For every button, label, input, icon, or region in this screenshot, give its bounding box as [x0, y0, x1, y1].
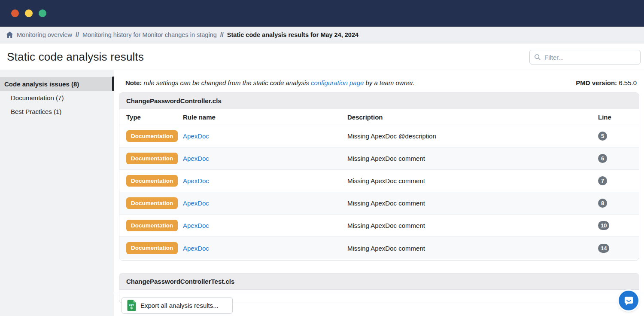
- filter-field-wrapper: [529, 50, 641, 64]
- window-close-button[interactable]: [11, 9, 19, 17]
- type-badge: Documentation: [126, 242, 178, 254]
- type-badge: Documentation: [126, 130, 178, 142]
- column-header-description: Description: [347, 114, 595, 121]
- sidebar-item-label: Best Practices (1): [11, 108, 61, 115]
- page-header: Static code analysis results: [0, 43, 644, 70]
- note-body-before: rule settings can be changed from the st…: [142, 79, 311, 86]
- table-row: Documentation ApexDoc Missing ApexDoc co…: [119, 170, 639, 192]
- chat-bubble-icon: [623, 295, 634, 306]
- export-csv-button[interactable]: csv Export all analysis results...: [122, 297, 233, 314]
- file-card-header: ChangePasswordController.cls: [119, 93, 639, 109]
- sidebar: Code analysis issues (8) Documentation (…: [0, 70, 114, 316]
- column-header-type: Type: [126, 114, 183, 121]
- issue-description: Missing ApexDoc @description: [347, 132, 595, 140]
- issue-description: Missing ApexDoc comment: [347, 222, 595, 229]
- table-row: Documentation ApexDoc Missing ApexDoc co…: [119, 237, 639, 259]
- sidebar-item-code-analysis-issues[interactable]: Code analysis issues (8): [0, 77, 114, 91]
- file-card-header: ChangePasswordControllerTest.cls: [119, 273, 639, 290]
- file-card-changepasswordcontroller: ChangePasswordController.cls Type Rule n…: [119, 92, 639, 261]
- table-header-row: Type Rule name Description Line: [119, 109, 639, 125]
- line-number-badge: 8: [598, 199, 607, 208]
- rule-link[interactable]: ApexDoc: [183, 155, 347, 162]
- breadcrumb: Monitoring overview // Monitoring histor…: [0, 27, 644, 43]
- type-badge: Documentation: [126, 220, 178, 232]
- line-number-badge: 14: [598, 244, 609, 253]
- chat-launcher-button[interactable]: [619, 291, 638, 310]
- csv-file-icon: csv: [127, 300, 136, 311]
- rule-link[interactable]: ApexDoc: [183, 177, 347, 184]
- pmd-version-label: PMD version:: [576, 79, 617, 86]
- filter-input[interactable]: [544, 54, 636, 61]
- configuration-page-link[interactable]: configuration page: [311, 79, 364, 86]
- sidebar-item-label: Code analysis issues (8): [4, 80, 79, 88]
- pmd-version: PMD version: 6.55.0: [576, 79, 637, 86]
- note-body-after: by a team owner.: [364, 79, 415, 86]
- table-row: Documentation ApexDoc Missing ApexDoc co…: [119, 147, 639, 170]
- breadcrumb-separator: //: [76, 31, 79, 38]
- table-row: Documentation ApexDoc Missing ApexDoc co…: [119, 192, 639, 215]
- column-header-line: Line: [595, 114, 632, 121]
- rule-link[interactable]: ApexDoc: [183, 245, 347, 252]
- note-row: Note: rule settings can be changed from …: [125, 77, 637, 88]
- window-zoom-button[interactable]: [39, 9, 46, 17]
- column-header-rule-name: Rule name: [183, 114, 347, 121]
- line-number-badge: 10: [598, 221, 609, 230]
- issue-description: Missing ApexDoc comment: [347, 177, 595, 184]
- type-badge: Documentation: [126, 175, 178, 187]
- breadcrumb-link-monitoring-overview[interactable]: Monitoring overview: [17, 31, 72, 38]
- search-icon: [534, 54, 541, 61]
- page-title: Static code analysis results: [7, 43, 144, 70]
- breadcrumb-link-monitoring-history[interactable]: Monitoring history for Monitor changes i…: [82, 31, 217, 38]
- issue-description: Missing ApexDoc comment: [347, 199, 595, 207]
- svg-text:csv: csv: [129, 303, 134, 307]
- note-text: Note: rule settings can be changed from …: [125, 79, 576, 86]
- table-row: Documentation ApexDoc Missing ApexDoc @d…: [119, 125, 639, 147]
- table-row: Documentation ApexDoc Missing ApexDoc co…: [119, 215, 639, 237]
- window-minimize-button[interactable]: [25, 9, 33, 17]
- home-icon[interactable]: [6, 31, 13, 38]
- pmd-version-value: 6.55.0: [617, 79, 637, 86]
- type-badge: Documentation: [126, 197, 178, 209]
- sidebar-item-documentation[interactable]: Documentation (7): [0, 91, 114, 104]
- footer-divider: [114, 293, 644, 293]
- main-content: Note: rule settings can be changed from …: [114, 70, 644, 316]
- export-button-label: Export all analysis results...: [140, 302, 219, 309]
- window-title-bar: [0, 0, 644, 27]
- issue-description: Missing ApexDoc comment: [347, 155, 595, 162]
- sidebar-item-best-practices[interactable]: Best Practices (1): [0, 104, 114, 118]
- issue-description: Missing ApexDoc comment: [347, 245, 595, 252]
- rule-link[interactable]: ApexDoc: [183, 132, 347, 140]
- sidebar-item-label: Documentation (7): [11, 94, 64, 101]
- line-number-badge: 6: [598, 154, 607, 163]
- type-badge: Documentation: [126, 153, 178, 165]
- rule-link[interactable]: ApexDoc: [183, 199, 347, 207]
- file-name: ChangePasswordControllerTest.cls: [126, 278, 234, 285]
- breadcrumb-current-page: Static code analysis results for May 24,…: [227, 31, 358, 38]
- breadcrumb-separator: //: [220, 31, 224, 38]
- rule-link[interactable]: ApexDoc: [183, 222, 347, 229]
- file-name: ChangePasswordController.cls: [126, 97, 222, 104]
- line-number-badge: 7: [598, 176, 607, 185]
- note-prefix: Note:: [125, 79, 142, 86]
- line-number-badge: 5: [598, 132, 607, 141]
